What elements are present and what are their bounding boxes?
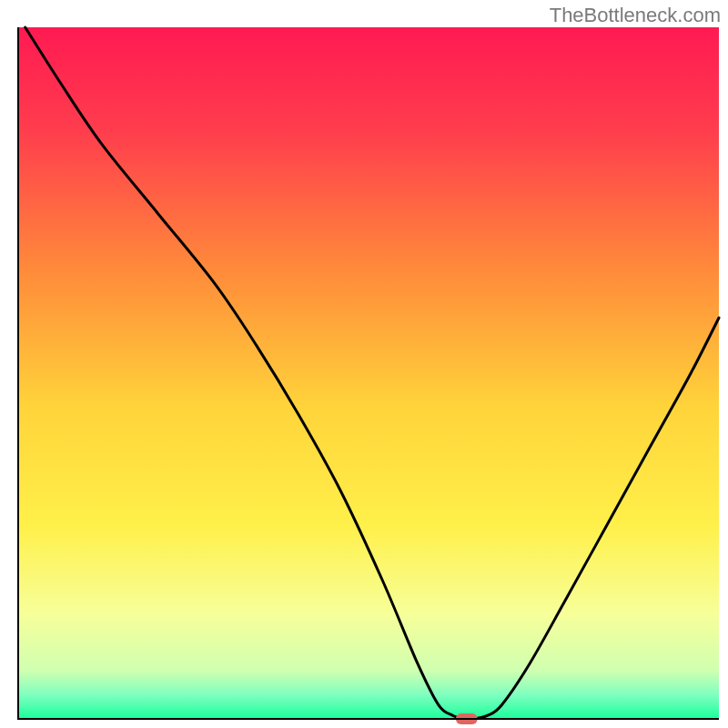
bottleneck-chart: TheBottleneck.com	[0, 0, 728, 728]
watermark-text: TheBottleneck.com	[550, 4, 721, 27]
chart-svg	[0, 0, 728, 728]
gradient-background	[18, 27, 719, 719]
